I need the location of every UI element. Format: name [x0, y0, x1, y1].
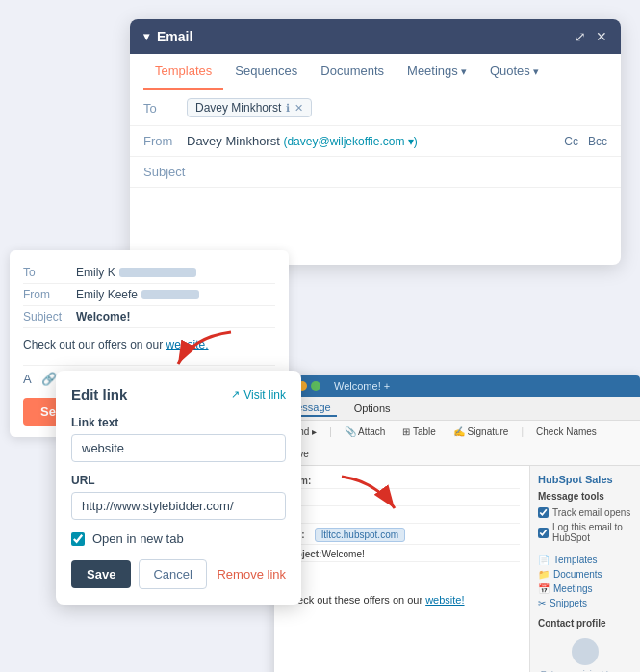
compose-subject-value: Welcome!: [76, 310, 130, 323]
message-tools-title: Message tools: [538, 491, 632, 502]
email-subject-field: Subject: [130, 157, 621, 188]
edit-link-actions: Save Cancel Remove link: [71, 559, 286, 589]
close-icon[interactable]: ✕: [596, 29, 607, 44]
compose-from-value: Emily Keefe: [76, 288, 138, 301]
outlook-tab-options[interactable]: Options: [348, 401, 397, 416]
outlook-subject-row: Subject: Welcome!: [284, 547, 520, 562]
toolbar-attach[interactable]: 📎 Attach: [340, 425, 391, 439]
outlook-to-row: To:: [284, 491, 520, 506]
visit-link-button[interactable]: ↗ Visit link: [231, 388, 286, 401]
meetings-link-icon: 📅: [538, 583, 550, 594]
nav-quotes[interactable]: Quotes: [478, 54, 550, 90]
to-blurred: [119, 268, 196, 277]
outlook-greeting: Hi!: [284, 572, 520, 588]
outlook-bcc-email: ltltcc.hubspot.com: [315, 528, 405, 542]
external-link-icon: ↗: [231, 388, 240, 401]
outlook-body-text: Check out these offers on our website!: [284, 592, 520, 608]
link-icon[interactable]: 🔗: [41, 372, 57, 386]
outlook-toolbar: Send ▸ | 📎 Attach ⊞ Table ✍ Signature | …: [274, 421, 640, 466]
track-email-checkbox[interactable]: [538, 507, 549, 518]
templates-link-icon: 📄: [538, 555, 550, 565]
track-email-label: Track email opens: [552, 507, 630, 518]
edit-link-header: Edit link ↗ Visit link: [71, 386, 286, 402]
outlook-from-row: From:: [284, 474, 520, 489]
compose-subject-row: Subject Welcome!: [23, 306, 275, 328]
edit-link-popup: Edit link ↗ Visit link Link text URL Ope…: [56, 371, 301, 605]
expand-icon[interactable]: ⤢: [575, 29, 586, 44]
outlook-bcc-row: Bcc: ltltcc.hubspot.com: [284, 526, 520, 545]
link-text-field: Link text: [71, 416, 286, 462]
toolbar-table[interactable]: ⊞ Table: [397, 425, 441, 439]
cancel-button[interactable]: Cancel: [139, 559, 206, 589]
avatar-placeholder: [572, 638, 599, 665]
contact-profile-title: Contact profile: [538, 618, 632, 629]
email-to-field: To Davey Minkhorst ℹ ✕: [130, 90, 621, 126]
link-text-input[interactable]: [71, 434, 286, 462]
url-label: URL: [71, 474, 286, 487]
email-window: ▾ Email ⤢ ✕ Templates Sequences Document…: [130, 19, 621, 265]
sidebar-link-meetings[interactable]: 📅 Meetings: [538, 582, 632, 596]
nav-documents[interactable]: Documents: [309, 54, 396, 90]
outlook-title: Welcome! +: [334, 380, 390, 392]
cc-bcc-buttons: Cc Bcc: [564, 135, 607, 148]
to-tag[interactable]: Davey Minkhorst ℹ ✕: [187, 98, 312, 117]
outlook-titlebar: Welcome! +: [274, 375, 640, 397]
from-email[interactable]: (davey@wiljekoffie.com ▾): [283, 135, 417, 148]
toolbar-divider-1: |: [329, 426, 332, 437]
toolbar-signature[interactable]: ✍ Signature: [448, 425, 514, 439]
subject-label: Subject: [143, 165, 187, 179]
sidebar-link-snippets[interactable]: ✂ Snippets: [538, 596, 632, 610]
from-label: From: [143, 134, 187, 148]
outlook-window: Welcome! + Message Options Send ▸ | 📎 At…: [274, 375, 640, 672]
remove-link-button[interactable]: Remove link: [217, 567, 286, 582]
outlook-message-body: Hi! Check out these offers on our websit…: [284, 564, 520, 615]
outlook-body-link[interactable]: website!: [425, 594, 464, 606]
outlook-main: From: To: Cc: Bcc: ltltcc.hubspot.com Su…: [274, 466, 529, 672]
to-label: To: [143, 101, 187, 116]
outlook-dot-green: [311, 381, 320, 391]
snippets-link-icon: ✂: [538, 598, 546, 608]
compose-subject-label: Subject: [23, 310, 76, 323]
info-icon: ℹ: [286, 102, 290, 115]
email-title-right: ⤢ ✕: [575, 29, 607, 44]
nav-meetings[interactable]: Meetings: [396, 54, 478, 90]
save-button[interactable]: Save: [71, 560, 131, 588]
open-new-tab-checkbox[interactable]: [71, 532, 85, 546]
nav-sequences[interactable]: Sequences: [223, 54, 309, 90]
remove-recipient-icon[interactable]: ✕: [294, 102, 303, 115]
outlook-tools-links: 📄 Templates 📁 Documents 📅 Meetings ✂ Sni…: [538, 553, 632, 610]
toolbar-divider-2: |: [521, 426, 524, 437]
bcc-button[interactable]: Bcc: [588, 135, 607, 148]
outlook-sidebar-title: HubSpot Sales: [538, 474, 632, 485]
contact-profile-section: Contact profile Enter a recipient to see…: [538, 618, 632, 672]
bold-icon[interactable]: A: [23, 372, 32, 386]
compose-from-label: From: [23, 288, 76, 301]
track-email-item: Track email opens: [538, 505, 632, 520]
sidebar-link-documents[interactable]: 📁 Documents: [538, 567, 632, 582]
sidebar-link-templates[interactable]: 📄 Templates: [538, 553, 632, 567]
compose-to-row: To Emily K: [23, 262, 275, 284]
from-blurred: [141, 290, 199, 299]
url-input[interactable]: [71, 492, 286, 520]
compose-body-text: Check out our offers on our: [23, 338, 166, 351]
log-hubspot-label: Log this email to HubSpot: [552, 522, 632, 543]
toolbar-check-names[interactable]: Check Names: [531, 425, 602, 439]
from-name: Davey Minkhorst: [187, 134, 280, 148]
compose-body-link[interactable]: website.: [166, 338, 209, 351]
open-new-tab-row: Open in new tab: [71, 531, 286, 546]
cc-button[interactable]: Cc: [564, 135, 578, 148]
contact-profile-placeholder: Enter a recipient to see their contact: [538, 633, 632, 672]
outlook-cc-row: Cc:: [284, 508, 520, 524]
chevron-down-icon[interactable]: ▾: [143, 30, 149, 43]
compose-body: Check out our offers on our website.: [23, 328, 275, 361]
compose-to-label: To: [23, 266, 76, 279]
to-name: Davey Minkhorst: [195, 101, 281, 115]
nav-templates[interactable]: Templates: [143, 54, 223, 90]
log-hubspot-checkbox[interactable]: [538, 528, 549, 538]
open-new-tab-label: Open in new tab: [92, 531, 184, 546]
email-title-left: ▾ Email: [143, 29, 192, 44]
edit-link-title: Edit link: [71, 386, 127, 402]
url-field: URL: [71, 474, 286, 520]
outlook-body: From: To: Cc: Bcc: ltltcc.hubspot.com Su…: [274, 466, 640, 672]
log-hubspot-item: Log this email to HubSpot: [538, 520, 632, 545]
